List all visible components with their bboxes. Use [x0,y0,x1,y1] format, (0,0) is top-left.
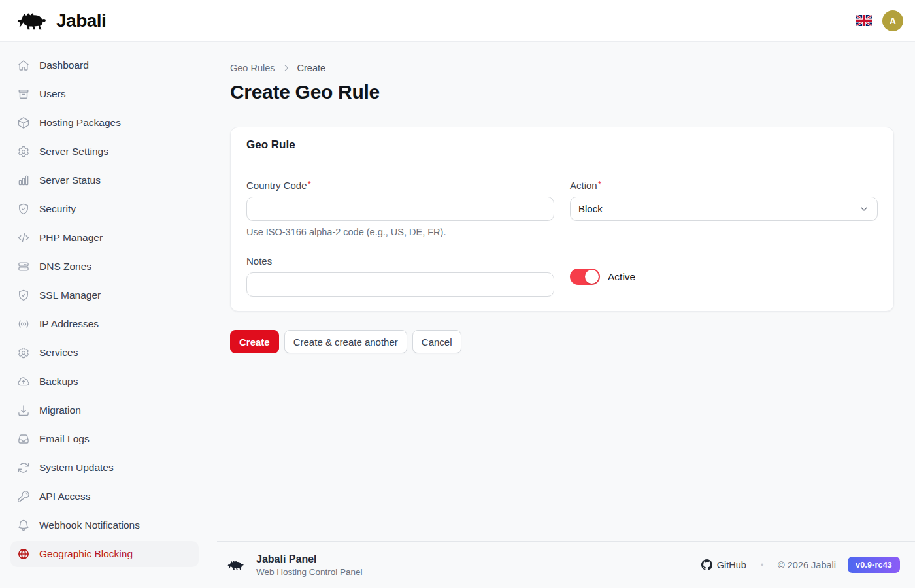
code-icon [17,231,30,244]
breadcrumb-chevron-icon [282,63,291,73]
bell-icon [17,519,30,532]
active-toggle-group: Active [570,257,878,297]
sidebar-item-ip-addresses[interactable]: IP Addresses [10,311,199,337]
server-stack-icon [17,260,30,273]
sidebar-item-label: Users [39,88,65,100]
required-asterisk: * [598,179,601,189]
archive-icon [17,88,30,101]
footer-subtitle: Web Hosting Control Panel [256,567,363,577]
sidebar-item-label: System Updates [39,462,114,474]
sidebar-item-label: API Access [39,491,90,502]
shield-check-icon [17,203,30,216]
globe-icon [17,547,30,561]
form-actions: Create Create & create another Cancel [230,330,894,353]
sidebar-item-webhook-notifications[interactable]: Webhook Notifications [10,512,199,538]
sidebar-item-label: SSL Manager [39,289,101,301]
gear-icon [17,346,30,359]
cancel-button[interactable]: Cancel [412,330,461,353]
active-toggle[interactable] [570,269,600,285]
country-code-helper-text: Use ISO-3166 alpha-2 code (e.g., US, DE,… [246,227,554,237]
create-button[interactable]: Create [230,330,279,353]
github-link[interactable]: GitHub [701,559,746,570]
sidebar-item-backups[interactable]: Backups [10,368,199,395]
card-title: Geo Rule [246,139,295,151]
sidebar-item-label: IP Addresses [39,318,99,330]
card-header: Geo Rule [231,127,893,163]
sidebar-item-label: Security [39,203,76,215]
country-code-field-group: Country Code* Use ISO-3166 alpha-2 code … [246,179,554,237]
sidebar-item-api-access[interactable]: API Access [10,483,199,510]
footer: Jabali Panel Web Hosting Control Panel G… [217,541,915,588]
notes-label: Notes [246,255,272,267]
sidebar-item-label: Dashboard [39,59,89,71]
bar-chart-icon [17,174,30,187]
chevron-down-icon [859,204,869,214]
language-flag-icon[interactable] [856,15,872,26]
page-title: Create Geo Rule [230,81,894,103]
sidebar: Dashboard Users Hosting Packages Server … [0,42,209,588]
sidebar-item-geographic-blocking[interactable]: Geographic Blocking [10,541,199,567]
action-field-group: Action* Block [570,179,878,237]
sidebar-item-label: Server Settings [39,146,108,157]
action-select[interactable]: Block [570,197,878,221]
sidebar-item-label: Services [39,347,78,359]
required-asterisk: * [308,179,311,189]
sidebar-item-system-updates[interactable]: System Updates [10,455,199,481]
sidebar-item-dashboard[interactable]: Dashboard [10,52,199,78]
action-label: Action* [570,180,601,191]
home-icon [17,59,30,72]
top-bar: Jabali A [0,0,915,42]
github-icon [701,559,712,570]
sidebar-item-dns-zones[interactable]: DNS Zones [10,253,199,280]
version-badge[interactable]: v0.9-rc43 [848,557,900,573]
footer-separator: • [761,561,763,570]
sidebar-item-label: DNS Zones [39,261,92,272]
sidebar-item-security[interactable]: Security [10,196,199,222]
main-area: Geo Rules Create Create Geo Rule Geo Rul… [209,42,915,588]
sidebar-item-users[interactable]: Users [10,81,199,107]
sidebar-item-migration[interactable]: Migration [10,397,199,423]
notes-field-group: Notes [246,255,554,297]
breadcrumb-create: Create [297,63,326,73]
country-code-input[interactable] [246,197,554,221]
sidebar-item-services[interactable]: Services [10,340,199,366]
sidebar-item-server-settings[interactable]: Server Settings [10,139,199,165]
sidebar-item-hosting-packages[interactable]: Hosting Packages [10,110,199,136]
github-label: GitHub [717,560,746,570]
notes-input[interactable] [246,272,554,297]
sidebar-item-label: Server Status [39,174,101,186]
user-avatar[interactable]: A [882,10,903,31]
sidebar-item-label: PHP Manager [39,232,103,244]
brand-name: Jabali [56,10,106,31]
geo-rule-card: Geo Rule Country Code* Use ISO-3166 alph… [230,127,894,312]
toggle-knob [585,270,599,284]
action-select-value: Block [578,203,603,214]
gear-icon [17,145,30,158]
signal-icon [17,318,30,331]
cube-icon [17,116,30,129]
footer-title: Jabali Panel [256,553,363,565]
sidebar-item-server-status[interactable]: Server Status [10,167,199,193]
breadcrumb: Geo Rules Create [230,63,894,73]
cloud-upload-icon [17,375,30,388]
breadcrumb-geo-rules[interactable]: Geo Rules [230,63,275,73]
copyright-text: © 2026 Jabali [778,560,836,570]
boar-logo-icon [227,557,246,573]
shield-check-icon [17,289,30,302]
boar-logo-icon [17,8,50,33]
download-tray-icon [17,404,30,417]
sidebar-item-label: Email Logs [39,433,90,445]
app-logo[interactable]: Jabali [17,8,106,33]
create-and-create-another-button[interactable]: Create & create another [284,330,407,353]
sidebar-item-label: Hosting Packages [39,117,121,129]
sidebar-item-label: Migration [39,404,81,416]
refresh-icon [17,461,30,474]
inbox-icon [17,433,30,446]
country-code-label: Country Code* [246,180,311,191]
key-icon [17,490,30,503]
sidebar-item-label: Backups [39,376,78,387]
sidebar-item-ssl-manager[interactable]: SSL Manager [10,282,199,308]
sidebar-item-email-logs[interactable]: Email Logs [10,426,199,452]
sidebar-item-label: Geographic Blocking [39,548,133,560]
sidebar-item-php-manager[interactable]: PHP Manager [10,225,199,251]
